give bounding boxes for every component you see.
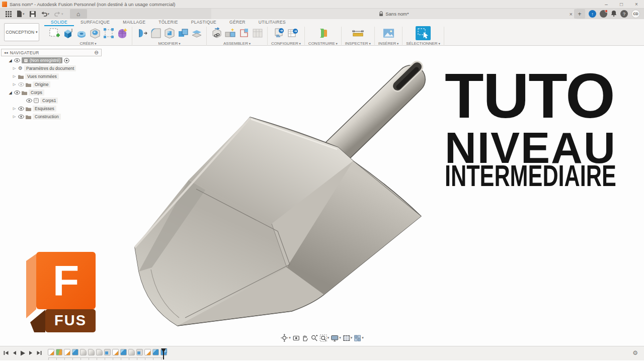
new-component-icon[interactable] xyxy=(210,27,223,40)
timeline-feature-fillet[interactable] xyxy=(88,349,95,355)
group-label-inserer[interactable]: INSÉRER xyxy=(378,41,399,46)
undo-icon[interactable]: ▾ xyxy=(39,9,51,19)
grid-settings-icon[interactable]: ▾ xyxy=(343,334,353,342)
skip-to-start-icon[interactable] xyxy=(3,350,9,356)
tab-tolerie[interactable]: TÔLERIE xyxy=(152,19,184,26)
file-menu-icon[interactable]: ▾ xyxy=(15,9,26,19)
rigid-group-icon[interactable] xyxy=(237,27,250,40)
activate-radio-icon[interactable] xyxy=(64,58,69,63)
tree-item-construction[interactable]: ▷ Construction xyxy=(1,113,102,121)
home-button[interactable]: ⌂ xyxy=(70,9,87,19)
timeline-feature-shell[interactable] xyxy=(136,349,143,355)
step-back-icon[interactable] xyxy=(12,350,17,356)
configuration-table-icon[interactable] xyxy=(286,27,299,40)
measure-icon[interactable] xyxy=(352,27,364,40)
document-node[interactable]: (Non enregistré) xyxy=(22,57,62,63)
job-status-icon[interactable]: ↑ xyxy=(589,10,596,18)
avatar[interactable]: CD xyxy=(631,10,640,18)
extensions-icon[interactable] xyxy=(600,10,607,18)
configuration-icon[interactable] xyxy=(273,27,285,40)
eye-icon[interactable] xyxy=(18,115,24,119)
expand-arrow-icon[interactable]: ◢ xyxy=(8,58,13,63)
save-icon[interactable] xyxy=(28,9,37,19)
minimize-button[interactable]: – xyxy=(599,2,614,7)
motion-study-icon[interactable] xyxy=(251,27,264,40)
tab-utilitaires[interactable]: UTILITAIRES xyxy=(252,19,292,26)
play-icon[interactable] xyxy=(20,350,26,356)
eye-off-icon[interactable] xyxy=(18,82,24,86)
select-icon[interactable] xyxy=(415,27,431,40)
timeline-feature-sketch[interactable] xyxy=(112,349,119,355)
timeline-feature-plane[interactable] xyxy=(56,349,62,355)
minimize-panel-icon[interactable]: ⊖ xyxy=(94,50,99,55)
pattern-icon[interactable] xyxy=(102,27,115,40)
eye-icon[interactable] xyxy=(26,99,32,103)
scoop-3d-model[interactable] xyxy=(121,50,443,332)
timeline-settings-gear-icon[interactable]: ⚙ xyxy=(632,349,638,356)
tab-surfacique[interactable]: SURFACIQUE xyxy=(74,19,116,26)
offset-face-icon[interactable] xyxy=(190,27,203,40)
new-tab-button[interactable]: + xyxy=(574,9,585,19)
look-at-icon[interactable] xyxy=(292,334,300,342)
timeline-feature-sketch[interactable] xyxy=(64,349,70,355)
skip-to-end-icon[interactable] xyxy=(36,350,42,356)
bell-icon[interactable] xyxy=(611,10,617,19)
collapse-panel-icon[interactable]: ◂◂ xyxy=(4,51,8,55)
expand-arrow-icon[interactable]: ◢ xyxy=(8,90,13,95)
redo-icon[interactable]: ▾ xyxy=(53,9,65,19)
eye-icon[interactable] xyxy=(18,107,24,111)
document-tab[interactable]: Sans nom* × xyxy=(211,9,577,19)
collapsed-arrow-icon[interactable]: ▷ xyxy=(12,82,17,86)
collapsed-arrow-icon[interactable]: ▷ xyxy=(12,107,17,111)
eye-icon[interactable] xyxy=(14,58,20,62)
group-label-inspecter[interactable]: INSPECTER xyxy=(345,41,371,46)
eye-icon[interactable] xyxy=(14,90,20,95)
timeline-feature-sketch[interactable] xyxy=(144,349,151,355)
tree-item-esquisses[interactable]: ▷ Esquisses xyxy=(1,105,102,113)
timeline-ruler[interactable] xyxy=(48,357,163,360)
hole-icon[interactable] xyxy=(89,27,101,40)
close-button[interactable]: × xyxy=(629,2,644,7)
tab-plastique[interactable]: PLASTIQUE xyxy=(185,19,223,26)
timeline-feature-shell[interactable] xyxy=(104,349,111,355)
workspace-selector[interactable]: CONCEPTION xyxy=(4,23,39,41)
timeline-feature-fillet[interactable] xyxy=(128,349,135,355)
help-icon[interactable]: ? xyxy=(620,10,628,18)
display-settings-icon[interactable]: ▾ xyxy=(331,334,341,342)
viewport-canvas[interactable]: ◂◂ NAVIGATEUR ⊖ ◢ (Non enregistré) ▷ ⚙ P… xyxy=(0,46,644,346)
timeline-feature-fillet[interactable] xyxy=(80,349,87,355)
viewports-icon[interactable]: ▾ xyxy=(354,334,364,342)
revolve-icon[interactable] xyxy=(75,27,88,40)
maximize-button[interactable]: □ xyxy=(614,2,629,7)
group-label-creer[interactable]: CRÉER xyxy=(79,41,96,46)
app-grid-icon[interactable] xyxy=(4,9,13,19)
tree-item-corps1[interactable]: Corps1 xyxy=(1,97,102,105)
tree-item-parametres[interactable]: ▷ ⚙ Paramètres du document xyxy=(1,64,102,72)
navigator-header[interactable]: ◂◂ NAVIGATEUR ⊖ xyxy=(1,49,102,56)
group-label-selectionner[interactable]: SÉLECTIONNER xyxy=(406,41,440,46)
timeline-feature-extrude[interactable] xyxy=(120,349,127,355)
create-sketch-icon[interactable] xyxy=(48,27,60,40)
timeline-feature-extrude[interactable] xyxy=(152,349,159,355)
step-forward-icon[interactable] xyxy=(28,350,34,356)
tab-solide[interactable]: SOLIDE xyxy=(44,19,74,26)
shell-icon[interactable] xyxy=(163,27,176,40)
tree-item-document[interactable]: ◢ (Non enregistré) xyxy=(1,56,102,64)
construction-plane-icon[interactable] xyxy=(316,27,329,40)
group-label-assembler[interactable]: ASSEMBLER xyxy=(223,41,251,46)
extrude-icon[interactable] xyxy=(61,27,74,40)
create-form-icon[interactable] xyxy=(116,27,128,40)
tree-item-vues-nommees[interactable]: ▷ Vues nommées xyxy=(1,72,102,80)
group-label-construire[interactable]: CONSTRUIRE xyxy=(308,41,338,46)
orbit-icon[interactable]: ▾ xyxy=(280,334,291,342)
tree-item-origine[interactable]: ▷ Origine xyxy=(1,80,102,88)
timeline-feature-extrude[interactable] xyxy=(72,349,78,355)
combine-icon[interactable] xyxy=(177,27,189,40)
collapsed-arrow-icon[interactable]: ▷ xyxy=(12,115,17,119)
tab-maillage[interactable]: MAILLAGE xyxy=(116,19,152,26)
tab-gerer[interactable]: GÉRER xyxy=(223,19,252,26)
tree-item-corps[interactable]: ◢ Corps xyxy=(1,88,102,97)
collapsed-arrow-icon[interactable]: ▷ xyxy=(12,66,17,70)
pan-icon[interactable] xyxy=(301,334,309,342)
timeline-feature-sketch[interactable] xyxy=(48,349,54,355)
